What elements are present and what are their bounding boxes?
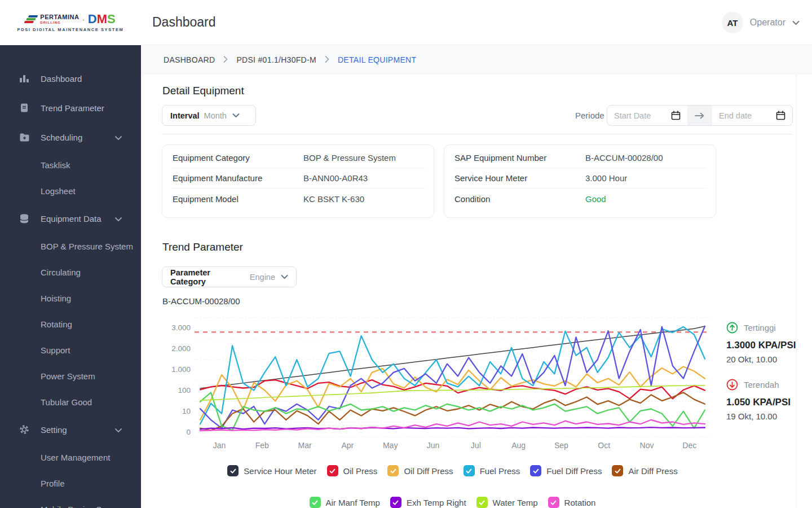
periode-label: Periode [575,111,604,120]
legend-label: Air Manf Temp [326,498,380,507]
y-tick-label: 100 [178,386,191,395]
y-tick-label: 10 [182,407,191,415]
legend-label: Fuel Press [480,466,520,476]
y-tick-label: 0 [186,428,191,436]
sidebar-item-label: Hoisting [41,294,71,303]
parameter-category-select[interactable]: Parameter Category Engine [162,266,297,287]
sidebar-item-label: Profile [41,479,65,488]
legend-item-service-hour-meter: Service Hour Meter [227,465,316,476]
info-value: B-ANN00-A0R43 [303,173,368,183]
info-row: Condition Good [453,189,707,209]
app-logo[interactable]: PERTAMINA DRILLING - DMS PDSI DIGITAL MA… [0,0,141,45]
start-date-field[interactable] [607,106,687,125]
lowest-date: 19 Okt, 10.00 [726,411,811,421]
calendar-icon[interactable] [671,111,681,120]
legend-item-exh-temp-right: Exh Temp Right [390,497,466,508]
database-icon [18,212,30,225]
sidebar-item-rotating[interactable]: Rotating [0,311,141,337]
sidebar-item-logsheet[interactable]: Logsheet [0,178,141,204]
x-tick-label: Feb [255,441,269,450]
sidebar-item-tubular-good[interactable]: Tubular Good [0,389,141,415]
sidebar-item-power-system[interactable]: Power System [0,363,141,389]
document-icon [18,102,30,114]
info-value: KC BSKT K-630 [303,194,364,204]
sidebar-nav: Dashboard Trend Parameter Scheduling Tas… [0,45,141,508]
sidebar-item-bop-pressure-system[interactable]: BOP & Pressure System [0,233,141,259]
sidebar-item-scheduling[interactable]: Scheduling [0,122,141,152]
sidebar-item-tasklisk[interactable]: Tasklisk [0,152,141,178]
legend-label: Rotation [564,498,596,507]
sidebar-item-setting[interactable]: Setting [0,415,141,444]
sidebar-item-support[interactable]: Support [0,337,141,363]
start-date-input[interactable] [614,111,667,120]
highest-stat: Tertinggi 1.3000 KPA/PSI 20 Okt, 10.00 [726,322,811,364]
x-tick-label: Sep [554,441,568,450]
sidebar-item-label: Setting [41,425,67,435]
legend-label: Air Diff Press [628,466,677,476]
x-tick-label: Jun [427,441,440,450]
breadcrumb-dashboard[interactable]: DASHBOARD [164,55,215,64]
legend-checkbox-exh-temp-right[interactable] [390,497,401,508]
breadcrumb-equipment[interactable]: PDSI #01.1/H30FD-M [236,55,316,64]
sidebar-item-profile[interactable]: Profile [0,470,141,496]
sidebar-item-label: Equipment Data [41,214,102,224]
gear-icon [18,423,30,436]
legend-checkbox-air-diff-press[interactable] [612,465,623,476]
detail-equipment-title: Detail Equipment [162,85,244,97]
info-label: Equipment Model [171,194,303,204]
info-row: Equipment Model KC BSKT K-630 [171,189,425,209]
legend-checkbox-oil-press[interactable] [327,465,338,476]
sidebar-item-trend-parameter[interactable]: Trend Parameter [0,93,141,122]
chart-legend-row-1: Service Hour MeterOil PressOil Diff Pres… [195,465,710,476]
sidebar-item-label: Mobile Device Scanner [41,505,127,508]
legend-label: Exh Temp Right [407,498,466,507]
sidebar-item-user-management[interactable]: User Management [0,444,141,470]
end-date-field[interactable] [712,106,792,125]
legend-checkbox-service-hour-meter[interactable] [227,465,239,476]
page-title: Dashboard [152,15,216,30]
chart-y-axis: 0101001.0002.0003.000 [152,315,191,440]
sidebar-item-label: Dashboard [41,74,82,84]
sidebar-item-equipment-data[interactable]: Equipment Data [0,204,141,233]
x-tick-label: Dec [682,441,696,450]
info-value: B-ACCUM-00028/00 [585,153,663,163]
legend-checkbox-water-temp[interactable] [476,497,488,508]
sidebar-item-label: Trend Parameter [41,103,104,113]
legend-item-water-temp: Water Temp [476,497,538,508]
legend-checkbox-air-manf-temp[interactable] [310,497,321,508]
y-tick-label: 2.000 [171,344,191,353]
lowest-label: Terendah [744,380,779,389]
breadcrumb-detail-equipment: DETAIL EQUIPMENT [338,55,416,64]
legend-label: Oil Diff Press [404,466,453,476]
sidebar-item-dashboard[interactable]: Dashboard [0,64,141,93]
legend-checkbox-rotation[interactable] [548,497,559,508]
legend-checkbox-oil-diff-press[interactable] [387,465,399,476]
highest-date: 20 Okt, 10.00 [726,354,811,364]
chart-title: B-ACCUM-00028/00 [162,296,240,306]
sidebar-item-hoisting[interactable]: Hoisting [0,285,141,311]
info-row: Service Hour Meter 3.000 Hour [453,168,707,189]
avatar[interactable]: AT [722,12,743,33]
info-row: Equipment Manufacture B-ANN00-A0R43 [171,168,425,189]
date-range-picker [607,105,793,126]
breadcrumb: DASHBOARD PDSI #01.1/H30FD-M DETAIL EQUI… [141,45,812,75]
legend-item-oil-press: Oil Press [327,465,378,476]
info-label: Equipment Category [171,153,303,163]
end-date-input[interactable] [719,111,771,120]
parameter-category-value: Engine [250,273,275,282]
sidebar-item-mobile-device-scanner[interactable]: Mobile Device Scanner [0,496,141,508]
legend-label: Oil Press [343,466,378,476]
calendar-icon[interactable] [776,111,785,120]
interval-select[interactable]: Interval Month [162,105,256,126]
sidebar-item-label: Logsheet [41,186,76,196]
legend-checkbox-fuel-press[interactable] [464,465,475,476]
user-menu-chevron-icon[interactable] [792,20,800,25]
info-value: BOP & Pressure System [303,153,396,163]
x-tick-label: Nov [640,441,654,450]
page: PERTAMINA DRILLING - DMS PDSI DIGITAL MA… [0,0,812,508]
trend-chart [195,315,710,440]
info-label: SAP Equipment Number [453,153,585,163]
legend-checkbox-fuel-diff-press[interactable] [530,465,541,476]
sidebar-item-circulating[interactable]: Circulating [0,259,141,285]
header: Dashboard AT Operator [141,0,812,45]
